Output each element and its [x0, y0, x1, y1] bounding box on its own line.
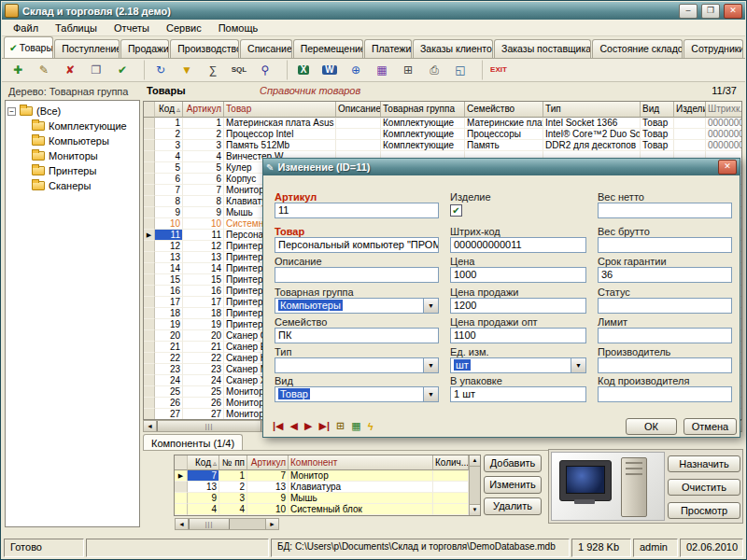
- col-izdelie[interactable]: Изделие: [674, 102, 706, 118]
- monitor-icon[interactable]: ◱: [448, 60, 472, 80]
- scroll-thumb[interactable]: |||: [189, 519, 230, 529]
- col-comp-npp[interactable]: № пп: [219, 455, 247, 470]
- tovar-input[interactable]: Персональный компьютер "ПРОМИК: [275, 237, 439, 253]
- table-row[interactable]: 3 3 Память 512Mb Комплектующие Память DD…: [144, 140, 741, 151]
- col-opisanie[interactable]: Описание: [336, 102, 381, 118]
- copy-record-icon[interactable]: ❐: [84, 60, 108, 80]
- col-kod[interactable]: Код▵: [155, 102, 183, 118]
- components-vscrollbar[interactable]: ▲ ▼: [469, 455, 480, 515]
- cena-prodazhi-input[interactable]: 1200: [450, 298, 586, 314]
- limit-input[interactable]: [598, 328, 732, 343]
- component-row[interactable]: 9 3 9 Мышь: [175, 493, 469, 504]
- v-upakovke-input[interactable]: 1 шт: [450, 386, 586, 402]
- exit-icon[interactable]: EXIT: [482, 60, 511, 80]
- chevron-down-icon[interactable]: ▼: [424, 386, 439, 402]
- table-row[interactable]: 2 2 Процессор Intel Комплектующие Процес…: [144, 129, 741, 140]
- semeystvo-input[interactable]: ПК: [275, 328, 439, 343]
- table-row[interactable]: 1 1 Материнская плата Asus Комплектующие…: [144, 118, 741, 129]
- view-image-button[interactable]: Просмотр: [668, 502, 740, 519]
- minimize-button[interactable]: –: [679, 4, 698, 19]
- menu-item[interactable]: Сервис: [158, 21, 210, 35]
- scroll-up-icon[interactable]: ▲: [470, 455, 480, 467]
- scroll-thumb[interactable]: |||: [157, 421, 261, 431]
- chevron-down-icon[interactable]: ▼: [424, 298, 439, 314]
- shtrihkod-input[interactable]: 000000000011: [450, 237, 586, 253]
- search-icon[interactable]: ⚲: [253, 60, 277, 80]
- module-tab[interactable]: Состояние складов: [592, 39, 683, 58]
- calc-icon[interactable]: ⊞: [336, 420, 345, 432]
- col-shtrihkod[interactable]: Штрихк...: [706, 102, 742, 118]
- col-comp-artikul[interactable]: Артикул: [247, 455, 289, 470]
- proizvoditel-input[interactable]: [598, 357, 732, 373]
- calculator-icon[interactable]: ⊞: [396, 60, 420, 80]
- nav-last-icon[interactable]: ▶|: [318, 420, 330, 432]
- module-tab[interactable]: Платежи: [364, 39, 412, 58]
- cena-opt-input[interactable]: 1100: [450, 328, 586, 343]
- scroll-left-icon[interactable]: ◄: [144, 421, 157, 431]
- filter-icon[interactable]: ▼: [175, 60, 199, 80]
- module-tab[interactable]: Заказы поставщикам: [494, 39, 591, 58]
- nav-first-icon[interactable]: |◀: [273, 420, 284, 432]
- sql-icon[interactable]: SQL: [227, 60, 251, 80]
- expander-icon[interactable]: −: [7, 107, 16, 116]
- module-tab[interactable]: Сотрудники: [684, 39, 743, 58]
- artikul-input[interactable]: 11: [275, 203, 439, 218]
- html-export-icon[interactable]: ⊕: [344, 60, 368, 80]
- edit-component-button[interactable]: Изменить: [484, 476, 542, 494]
- menu-item[interactable]: Отчеты: [106, 21, 158, 35]
- components-icon[interactable]: ▦: [351, 420, 360, 432]
- new-record-icon[interactable]: ✚: [6, 60, 30, 80]
- menu-item[interactable]: Помощь: [210, 21, 267, 35]
- dialog-close-button[interactable]: ✕: [718, 160, 737, 175]
- cancel-button[interactable]: Отмена: [684, 418, 737, 435]
- kod-proizvoditelya-input[interactable]: [598, 386, 732, 402]
- vid-combo[interactable]: Товар ▼: [275, 386, 439, 402]
- col-comp-kolichestvo[interactable]: Колич...: [433, 455, 469, 470]
- module-tab[interactable]: Производство: [170, 39, 239, 58]
- module-tab[interactable]: Списание: [240, 39, 292, 58]
- nav-prev-icon[interactable]: ◀: [290, 420, 298, 432]
- col-comp-name[interactable]: Компонент: [289, 455, 433, 470]
- add-component-button[interactable]: Добавить: [484, 455, 542, 472]
- tree-node[interactable]: Мониторы: [7, 148, 137, 163]
- col-vid[interactable]: Вид: [641, 102, 674, 118]
- ed-izm-combo[interactable]: шт ▼: [450, 357, 586, 373]
- module-tab[interactable]: Поступление: [54, 39, 120, 58]
- module-tab[interactable]: Заказы клиентов: [413, 39, 493, 58]
- tree-node[interactable]: Принтеры: [7, 163, 137, 178]
- component-row[interactable]: ▶ 7 1 7 Монитор: [175, 470, 469, 482]
- module-tab[interactable]: Продажи: [120, 39, 169, 58]
- srok-garantii-input[interactable]: 36: [598, 267, 732, 283]
- tree-node[interactable]: Компьютеры: [7, 133, 137, 148]
- component-row[interactable]: 13 2 13 Клавиатура: [175, 482, 469, 493]
- col-artikul[interactable]: Артикул: [183, 102, 224, 118]
- flash-icon[interactable]: ϟ: [368, 421, 374, 432]
- tree-node[interactable]: Сканеры: [7, 178, 137, 193]
- col-tip[interactable]: Тип: [543, 102, 641, 118]
- status-input[interactable]: [598, 298, 732, 314]
- tree-node[interactable]: Комплектующие: [7, 119, 137, 133]
- scroll-left-icon[interactable]: ◄: [176, 519, 189, 529]
- component-row[interactable]: 4 4 10 Системный блок: [175, 504, 469, 515]
- ves-netto-input[interactable]: [598, 203, 732, 218]
- chevron-down-icon[interactable]: ▼: [571, 357, 586, 373]
- menu-item[interactable]: Файл: [5, 21, 47, 35]
- components-hscrollbar[interactable]: ◄ ||| ►: [175, 518, 279, 530]
- tip-combo[interactable]: ▼: [275, 357, 439, 373]
- nav-next-icon[interactable]: ▶: [304, 420, 312, 432]
- refresh-icon[interactable]: ↻: [144, 60, 173, 80]
- clear-image-button[interactable]: Очистить: [668, 479, 740, 496]
- sum-icon[interactable]: ∑: [201, 60, 225, 80]
- cena-input[interactable]: 1000: [450, 267, 586, 283]
- tree-node[interactable]: − (Все): [7, 104, 137, 119]
- module-tab[interactable]: ✔Товары: [4, 36, 53, 58]
- scroll-down-icon[interactable]: ▼: [470, 504, 480, 515]
- assign-image-button[interactable]: Назначить: [668, 455, 740, 472]
- maximize-button[interactable]: ❐: [701, 4, 720, 19]
- edit-record-icon[interactable]: ✎: [32, 60, 56, 80]
- chart-icon[interactable]: ▦: [370, 60, 394, 80]
- confirm-icon[interactable]: ✔: [110, 60, 134, 80]
- print-icon[interactable]: ⎙: [422, 60, 446, 80]
- col-semeystvo[interactable]: Семейство: [465, 102, 543, 118]
- opisanie-input[interactable]: [275, 267, 439, 283]
